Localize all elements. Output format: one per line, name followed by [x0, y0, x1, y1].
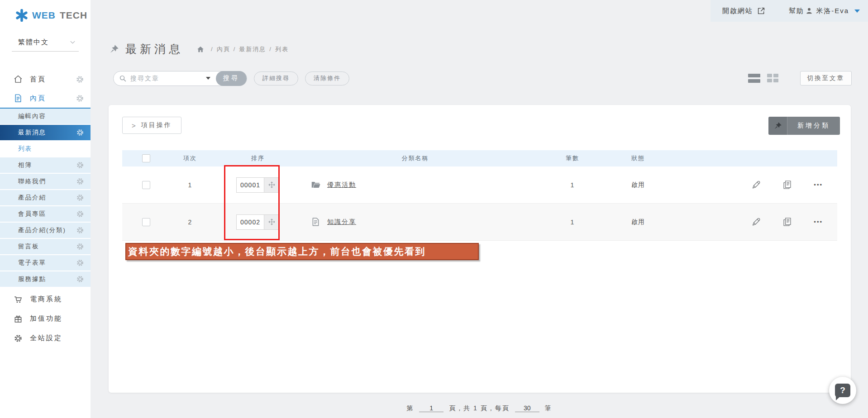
help-link[interactable]: 幫助	[789, 7, 804, 15]
breadcrumb-item[interactable]: 內頁	[217, 45, 230, 53]
user-menu[interactable]: 米洛-Eva	[806, 7, 860, 15]
column-header-status: 狀態	[611, 154, 665, 162]
gear-icon[interactable]	[76, 275, 84, 283]
gear-icon[interactable]	[76, 210, 84, 218]
gift-icon	[14, 314, 23, 323]
help-fab-button[interactable]: ?	[829, 377, 856, 404]
item-actions-label: 項目操作	[141, 121, 172, 129]
search-input[interactable]	[130, 75, 204, 82]
sidebar-subitem-latest-news[interactable]: 最新消息	[0, 125, 91, 140]
sidebar-item-addons[interactable]: 加值功能	[0, 309, 91, 328]
gear-icon	[14, 334, 23, 343]
subitem-label: 列表	[18, 145, 32, 153]
sidebar-subitem-service-locations[interactable]: 服務據點	[0, 271, 91, 287]
table-header-row: 項次 排序 分類名稱 筆數 狀態	[122, 150, 837, 166]
pin-icon	[774, 122, 782, 130]
drag-handle[interactable]	[264, 214, 280, 230]
question-mark: ?	[840, 385, 845, 395]
category-list-panel: > 項目操作 新增分類 項次 排序 分類名稱 筆數 狀態	[109, 105, 851, 393]
select-all-checkbox[interactable]	[142, 154, 150, 162]
asterisk-logo-icon	[15, 9, 28, 22]
edit-pencil-icon[interactable]	[751, 217, 761, 227]
drag-handle[interactable]	[264, 177, 280, 193]
gear-icon[interactable]	[76, 177, 84, 185]
copy-icon[interactable]	[782, 217, 792, 227]
page-number-input[interactable]	[419, 404, 444, 412]
search-icon	[119, 75, 127, 82]
pagination-suffix: 筆	[545, 404, 552, 412]
folder-icon	[311, 180, 320, 190]
open-website-link[interactable]: 開啟網站	[722, 7, 765, 15]
breadcrumb-separator: /	[211, 46, 214, 52]
grid-view-icon[interactable]	[767, 74, 779, 83]
sidebar-item-inner-pages[interactable]: 內頁	[0, 89, 91, 108]
language-selector[interactable]: 繁體中文	[12, 35, 79, 52]
subitem-label: 產品介紹(分類)	[18, 226, 66, 234]
switch-to-articles-button[interactable]: 切換至文章	[800, 71, 852, 86]
sidebar-subitem-eforms[interactable]: 電子表單	[0, 255, 91, 271]
main-content: 最新消息 / 內頁 / 最新消息 / 列表 搜尋 詳細搜尋 清除條件 切換至文章	[91, 0, 868, 418]
brand-name-web: WEB	[32, 10, 56, 21]
gear-icon[interactable]	[76, 226, 84, 234]
more-actions-icon[interactable]: •••	[814, 219, 823, 225]
gear-icon[interactable]	[76, 242, 84, 251]
sidebar-subitem-message-board[interactable]: 留言板	[0, 239, 91, 254]
sidebar: WEB TECH 繁體中文 首頁 內頁 編輯內容 最新消息 列表	[0, 0, 91, 418]
move-icon	[268, 181, 276, 189]
search-button[interactable]: 搜尋	[216, 71, 247, 86]
table-row: 1 優惠活動 1 啟用 •••	[122, 166, 837, 204]
advanced-search-button[interactable]: 詳細搜尋	[254, 71, 298, 86]
breadcrumb-item[interactable]: 最新消息	[239, 45, 266, 53]
sidebar-item-ecommerce[interactable]: 電商系統	[0, 290, 91, 309]
item-actions-button[interactable]: > 項目操作	[122, 117, 181, 134]
subitem-label: 服務據點	[18, 275, 46, 283]
subitem-label: 編輯內容	[18, 112, 46, 120]
gear-icon[interactable]	[76, 161, 84, 169]
sidebar-subitem-list[interactable]: 列表	[0, 141, 91, 157]
category-name-cell: 知識分享	[296, 217, 534, 227]
row-checkbox[interactable]	[142, 181, 150, 189]
sidebar-item-home[interactable]: 首頁	[0, 70, 91, 89]
subitem-label: 電子表單	[18, 259, 46, 267]
clear-filters-button[interactable]: 清除條件	[305, 71, 349, 86]
sidebar-subitem-contact-us[interactable]: 聯絡我們	[0, 174, 91, 189]
category-link[interactable]: 知識分享	[327, 218, 356, 226]
add-category-label: 新增分類	[787, 117, 840, 135]
subitem-label: 會員專區	[18, 210, 46, 218]
copy-icon[interactable]	[782, 180, 792, 190]
category-link[interactable]: 優惠活動	[327, 181, 356, 189]
breadcrumb-item[interactable]: 列表	[275, 45, 289, 53]
row-actions: •••	[665, 217, 837, 227]
user-icon	[806, 7, 813, 14]
page-icon	[14, 94, 23, 103]
row-index: 1	[161, 181, 219, 189]
document-icon	[311, 217, 320, 227]
pagination-middle: 頁，共 1 頁，每頁	[449, 404, 510, 412]
edit-pencil-icon[interactable]	[751, 180, 761, 190]
sort-order-input[interactable]	[236, 214, 264, 230]
sidebar-subitem-members[interactable]: 會員專區	[0, 206, 91, 222]
home-icon[interactable]	[197, 46, 204, 53]
sidebar-subitem-products-categorized[interactable]: 產品介紹(分類)	[0, 223, 91, 238]
sort-order-input[interactable]	[236, 177, 264, 193]
sidebar-item-label: 內頁	[30, 94, 46, 103]
pin-segment[interactable]	[768, 117, 787, 135]
gear-icon[interactable]	[76, 194, 84, 202]
search-scope-dropdown-icon[interactable]	[206, 77, 210, 80]
sidebar-item-label: 全站設定	[30, 334, 62, 342]
gear-icon[interactable]	[76, 94, 84, 103]
list-view-icon[interactable]	[748, 74, 760, 83]
row-checkbox[interactable]	[142, 218, 150, 226]
more-actions-icon[interactable]: •••	[814, 182, 823, 188]
subitem-label: 產品介紹	[18, 194, 46, 202]
help-label: 幫助	[789, 7, 804, 14]
sidebar-subitem-edit-content[interactable]: 編輯內容	[0, 109, 91, 124]
sidebar-subitem-products[interactable]: 產品介紹	[0, 190, 91, 205]
sidebar-item-site-settings[interactable]: 全站設定	[0, 328, 91, 348]
gear-icon[interactable]	[76, 259, 84, 267]
gear-icon[interactable]	[76, 128, 84, 137]
add-category-button[interactable]: 新增分類	[768, 117, 840, 135]
sidebar-subitem-album[interactable]: 相簿	[0, 157, 91, 173]
per-page-input[interactable]	[515, 404, 539, 412]
gear-icon[interactable]	[76, 75, 84, 84]
